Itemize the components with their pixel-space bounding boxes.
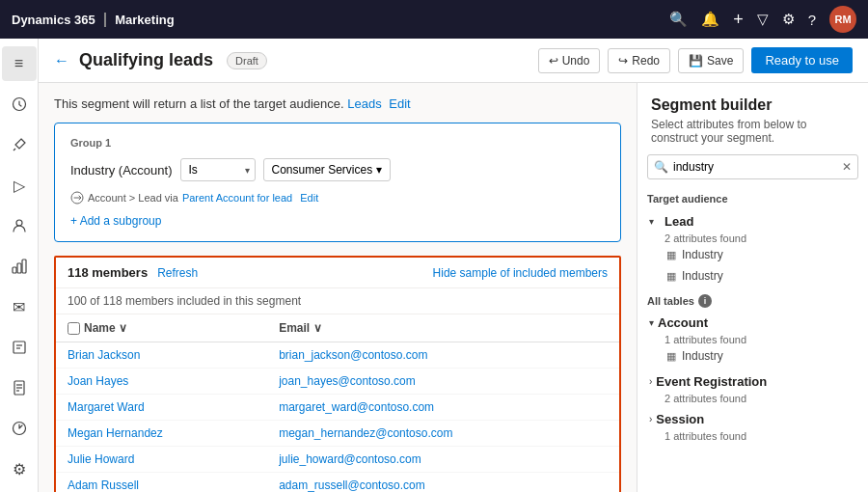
svg-point-2: [16, 220, 22, 226]
all-tables-info-icon[interactable]: i: [698, 294, 712, 308]
members-info: 100 of 118 members included in this segm…: [56, 288, 619, 314]
panel-search-input[interactable]: [647, 154, 858, 179]
sidebar-item-menu[interactable]: ≡: [2, 46, 37, 81]
sidebar-item-contacts[interactable]: [2, 208, 37, 243]
tree-section-event: › Event Registration 2 attributes found: [647, 370, 858, 404]
sidebar-item-email[interactable]: ✉: [2, 289, 37, 324]
path-edit-link[interactable]: Edit: [300, 192, 318, 204]
table-header: Name ∨ Email ∨: [56, 314, 619, 342]
table-header-email: Email ∨: [267, 314, 619, 342]
tree-item-label-2: Industry: [682, 269, 723, 283]
member-name-cell: Megan Hernandez: [56, 421, 267, 447]
panel-description: Select attributes from below to construc…: [637, 118, 868, 154]
condition-value[interactable]: Consumer Services ▾: [263, 158, 392, 181]
panel-title: Segment builder: [637, 83, 868, 118]
edit-link[interactable]: Edit: [389, 96, 410, 111]
members-header: 118 members Refresh Hide sample of inclu…: [56, 258, 619, 288]
name-column-label: Name ∨: [84, 321, 127, 335]
tree-section-lead-header[interactable]: ▾ Lead: [647, 210, 858, 232]
member-name-link[interactable]: Megan Hernandez: [68, 426, 163, 440]
svg-rect-4: [17, 263, 21, 273]
table-header-name: Name ∨: [56, 314, 267, 342]
member-email-link[interactable]: julie_howard@contoso.com: [279, 452, 421, 466]
member-email-link[interactable]: brian_jackson@contoso.com: [279, 348, 427, 362]
member-name-cell: Julie Howard: [56, 447, 267, 473]
select-all-checkbox[interactable]: [68, 322, 80, 335]
parent-account-link[interactable]: Parent Account for lead: [182, 192, 292, 204]
member-name-link[interactable]: Margaret Ward: [68, 400, 145, 414]
tree-item-lead-industry-1[interactable]: ▦ Industry: [647, 244, 858, 265]
hide-sample-button[interactable]: Hide sample of included members: [433, 266, 608, 280]
top-navigation: Dynamics 365 | Marketing 🔍 🔔 + ▽ ⚙ ? RM: [0, 0, 868, 39]
sidebar-item-pin[interactable]: [2, 127, 37, 162]
save-button[interactable]: 💾 Save: [678, 48, 744, 73]
member-name-link[interactable]: Joan Hayes: [68, 374, 128, 388]
session-chevron-icon: ›: [649, 414, 652, 424]
search-icon[interactable]: 🔍: [669, 11, 688, 28]
member-name-cell: Adam Russell: [56, 473, 267, 493]
panel-body: Target audience ▾ Lead 2 attributes foun…: [637, 189, 868, 492]
svg-rect-3: [13, 267, 16, 273]
members-section: 118 members Refresh Hide sample of inclu…: [54, 256, 621, 492]
avatar[interactable]: RM: [829, 6, 856, 33]
member-email-cell: joan_hayes@contoso.com: [267, 369, 619, 395]
member-email-link[interactable]: megan_hernandez@contoso.com: [279, 426, 452, 440]
operator-select[interactable]: Is Is not Contains: [180, 158, 256, 181]
svg-rect-5: [22, 260, 26, 273]
condition-row: Industry (Account) Is Is not Contains ▾ …: [70, 158, 605, 181]
plus-icon[interactable]: +: [733, 10, 744, 30]
members-table: Name ∨ Email ∨ Brian Jackson brian_jacks…: [56, 314, 619, 492]
member-name-cell: Joan Hayes: [56, 369, 267, 395]
tree-item-lead-industry-2[interactable]: ▦ Industry: [647, 265, 858, 287]
add-subgroup-button[interactable]: + Add a subgroup: [70, 214, 605, 228]
member-email-link[interactable]: joan_hayes@contoso.com: [279, 374, 416, 388]
member-email-cell: brian_jackson@contoso.com: [267, 342, 619, 369]
header-actions: ↩ Undo ↪ Redo 💾 Save Ready to use: [538, 47, 853, 73]
sidebar-item-settings[interactable]: ⚙: [2, 451, 37, 486]
panel-search-icon: 🔍: [654, 160, 668, 174]
help-icon[interactable]: ?: [808, 12, 816, 28]
ready-to-use-button[interactable]: Ready to use: [751, 47, 853, 73]
filter-icon[interactable]: ▽: [757, 11, 769, 28]
content-area: ← Qualifying leads Draft ↩ Undo ↪ Redo 💾…: [39, 39, 868, 492]
save-icon: 💾: [689, 54, 703, 68]
tree-section-account-header[interactable]: ▾ Account: [647, 312, 858, 334]
member-email-link[interactable]: adam_russell@contoso.com: [279, 478, 425, 492]
member-name-cell: Margaret Ward: [56, 395, 267, 421]
member-name-link[interactable]: Julie Howard: [68, 452, 134, 466]
member-email-cell: adam_russell@contoso.com: [267, 473, 619, 493]
member-name-link[interactable]: Brian Jackson: [68, 348, 140, 362]
tree-section-event-header[interactable]: › Event Registration: [647, 370, 858, 393]
sidebar-item-recent[interactable]: [2, 87, 37, 122]
svg-line-1: [14, 149, 15, 150]
member-email-cell: margaret_ward@contoso.com: [267, 395, 619, 421]
leads-link[interactable]: Leads: [347, 96, 381, 111]
tree-item-account-industry[interactable]: ▦ Industry: [647, 345, 858, 367]
table-row: Julie Howard julie_howard@contoso.com: [56, 447, 619, 473]
settings-icon[interactable]: ⚙: [782, 11, 795, 28]
table-row: Brian Jackson brian_jackson@contoso.com: [56, 342, 619, 369]
clear-search-icon[interactable]: ✕: [842, 160, 852, 174]
member-email-link[interactable]: margaret_ward@contoso.com: [279, 400, 434, 414]
refresh-button[interactable]: Refresh: [157, 266, 198, 280]
sidebar-item-pages[interactable]: [2, 370, 37, 405]
bell-icon[interactable]: 🔔: [701, 11, 719, 28]
account-chevron-icon: ▾: [649, 317, 654, 328]
module-name: Marketing: [115, 13, 174, 27]
redo-button[interactable]: ↪ Redo: [608, 48, 670, 73]
event-section-name: Event Registration: [656, 374, 767, 389]
brand: Dynamics 365 | Marketing: [12, 11, 175, 28]
segment-builder-panel: Segment builder Select attributes from b…: [637, 83, 868, 492]
back-button[interactable]: ←: [54, 52, 69, 69]
account-count: 1 attributes found: [649, 334, 858, 345]
sidebar-item-run[interactable]: ▷: [2, 168, 37, 203]
table-icon: ▦: [666, 249, 676, 261]
undo-button[interactable]: ↩ Undo: [538, 48, 601, 73]
sidebar-item-forms[interactable]: [2, 330, 37, 365]
member-email-cell: megan_hernandez@contoso.com: [267, 421, 619, 447]
sidebar-item-segments[interactable]: [2, 249, 37, 284]
panel-search: 🔍 ✕: [647, 154, 858, 179]
sidebar-item-analytics[interactable]: [2, 411, 37, 446]
tree-section-session-header[interactable]: › Session: [647, 408, 858, 430]
member-name-link[interactable]: Adam Russell: [68, 478, 139, 492]
